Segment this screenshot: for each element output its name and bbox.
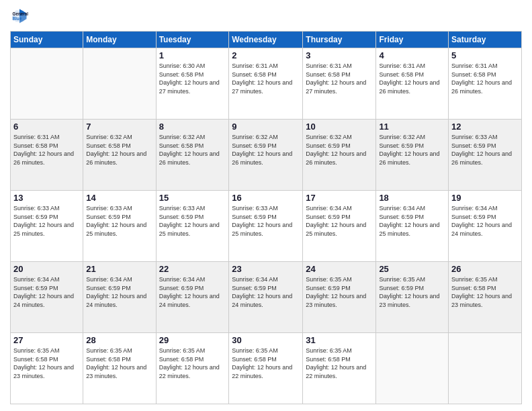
day-number: 19 (451, 193, 519, 203)
day-info: Sunrise: 6:31 AMSunset: 6:58 PMDaylight:… (306, 62, 373, 95)
calendar-day-cell: 5Sunrise: 6:31 AMSunset: 6:58 PMDaylight… (449, 48, 522, 120)
calendar-day-cell: 28Sunrise: 6:35 AMSunset: 6:58 PMDayligh… (83, 333, 156, 404)
day-number: 16 (232, 193, 300, 203)
calendar-day-cell: 10Sunrise: 6:32 AMSunset: 6:59 PMDayligh… (303, 120, 376, 191)
day-info: Sunrise: 6:31 AMSunset: 6:58 PMDaylight:… (232, 62, 300, 95)
col-header-monday: Monday (83, 32, 156, 48)
day-number: 30 (232, 335, 300, 345)
day-number: 10 (306, 122, 373, 132)
calendar-day-cell: 31Sunrise: 6:35 AMSunset: 6:58 PMDayligh… (303, 333, 376, 404)
calendar-day-cell: 29Sunrise: 6:35 AMSunset: 6:58 PMDayligh… (156, 333, 229, 404)
calendar-day-cell: 17Sunrise: 6:34 AMSunset: 6:59 PMDayligh… (303, 191, 376, 262)
calendar-day-cell: 1Sunrise: 6:30 AMSunset: 6:58 PMDaylight… (156, 48, 229, 120)
page: General Blue SundayMondayTuesdayWednesda… (0, 0, 532, 411)
day-number: 26 (451, 264, 519, 274)
day-number: 7 (86, 122, 152, 132)
day-info: Sunrise: 6:35 AMSunset: 6:58 PMDaylight:… (159, 347, 226, 380)
calendar-day-cell (11, 48, 83, 120)
day-info: Sunrise: 6:33 AMSunset: 6:59 PMDaylight:… (86, 204, 152, 238)
calendar-day-cell: 18Sunrise: 6:34 AMSunset: 6:59 PMDayligh… (376, 191, 449, 262)
day-info: Sunrise: 6:31 AMSunset: 6:58 PMDaylight:… (379, 62, 445, 95)
day-info: Sunrise: 6:35 AMSunset: 6:58 PMDaylight:… (306, 347, 373, 380)
day-info: Sunrise: 6:32 AMSunset: 6:58 PMDaylight:… (86, 133, 152, 167)
calendar-day-cell: 27Sunrise: 6:35 AMSunset: 6:58 PMDayligh… (11, 333, 83, 404)
calendar-day-cell: 14Sunrise: 6:33 AMSunset: 6:59 PMDayligh… (83, 191, 156, 262)
day-number: 12 (451, 122, 519, 132)
day-info: Sunrise: 6:34 AMSunset: 6:59 PMDaylight:… (232, 275, 300, 309)
day-number: 22 (159, 264, 226, 274)
day-info: Sunrise: 6:33 AMSunset: 6:59 PMDaylight:… (13, 204, 80, 238)
svg-text:Blue: Blue (13, 16, 22, 21)
day-number: 27 (13, 335, 80, 345)
day-number: 20 (13, 264, 80, 274)
calendar-day-cell: 26Sunrise: 6:35 AMSunset: 6:58 PMDayligh… (449, 262, 522, 333)
calendar-week-row: 13Sunrise: 6:33 AMSunset: 6:59 PMDayligh… (11, 191, 522, 262)
day-number: 13 (13, 193, 80, 203)
day-number: 17 (306, 193, 373, 203)
calendar-day-cell: 11Sunrise: 6:32 AMSunset: 6:59 PMDayligh… (376, 120, 449, 191)
calendar-header-row: SundayMondayTuesdayWednesdayThursdayFrid… (11, 32, 522, 48)
day-info: Sunrise: 6:33 AMSunset: 6:59 PMDaylight:… (451, 133, 519, 167)
calendar-day-cell: 3Sunrise: 6:31 AMSunset: 6:58 PMDaylight… (303, 48, 376, 120)
calendar-day-cell: 4Sunrise: 6:31 AMSunset: 6:58 PMDaylight… (376, 48, 449, 120)
day-number: 15 (159, 193, 226, 203)
day-info: Sunrise: 6:32 AMSunset: 6:58 PMDaylight:… (159, 133, 226, 167)
calendar-day-cell (449, 333, 522, 404)
logo-icon: General Blue (10, 7, 29, 26)
calendar-week-row: 6Sunrise: 6:31 AMSunset: 6:58 PMDaylight… (11, 120, 522, 191)
calendar-day-cell: 12Sunrise: 6:33 AMSunset: 6:59 PMDayligh… (449, 120, 522, 191)
day-info: Sunrise: 6:35 AMSunset: 6:58 PMDaylight:… (232, 347, 300, 380)
day-number: 18 (379, 193, 445, 203)
calendar-day-cell: 15Sunrise: 6:33 AMSunset: 6:59 PMDayligh… (156, 191, 229, 262)
logo: General Blue (10, 7, 29, 26)
calendar-day-cell: 13Sunrise: 6:33 AMSunset: 6:59 PMDayligh… (11, 191, 83, 262)
col-header-tuesday: Tuesday (156, 32, 229, 48)
calendar-day-cell: 21Sunrise: 6:34 AMSunset: 6:59 PMDayligh… (83, 262, 156, 333)
calendar-day-cell: 24Sunrise: 6:35 AMSunset: 6:59 PMDayligh… (303, 262, 376, 333)
col-header-saturday: Saturday (449, 32, 522, 48)
col-header-wednesday: Wednesday (229, 32, 303, 48)
day-info: Sunrise: 6:34 AMSunset: 6:59 PMDaylight:… (159, 275, 226, 309)
svg-text:General: General (13, 11, 29, 16)
day-info: Sunrise: 6:32 AMSunset: 6:59 PMDaylight:… (379, 133, 445, 167)
day-info: Sunrise: 6:34 AMSunset: 6:59 PMDaylight:… (379, 204, 445, 238)
calendar-week-row: 1Sunrise: 6:30 AMSunset: 6:58 PMDaylight… (11, 48, 522, 120)
day-info: Sunrise: 6:35 AMSunset: 6:58 PMDaylight:… (451, 275, 519, 309)
calendar-day-cell: 23Sunrise: 6:34 AMSunset: 6:59 PMDayligh… (229, 262, 303, 333)
calendar-day-cell: 16Sunrise: 6:33 AMSunset: 6:59 PMDayligh… (229, 191, 303, 262)
day-number: 1 (159, 50, 226, 60)
day-number: 14 (86, 193, 152, 203)
day-number: 29 (159, 335, 226, 345)
day-info: Sunrise: 6:35 AMSunset: 6:59 PMDaylight:… (379, 275, 445, 309)
calendar-day-cell: 9Sunrise: 6:32 AMSunset: 6:59 PMDaylight… (229, 120, 303, 191)
col-header-thursday: Thursday (303, 32, 376, 48)
calendar-day-cell: 25Sunrise: 6:35 AMSunset: 6:59 PMDayligh… (376, 262, 449, 333)
day-number: 2 (232, 50, 300, 60)
calendar-day-cell: 19Sunrise: 6:34 AMSunset: 6:59 PMDayligh… (449, 191, 522, 262)
header: General Blue (10, 7, 522, 26)
day-info: Sunrise: 6:35 AMSunset: 6:58 PMDaylight:… (86, 347, 152, 380)
day-info: Sunrise: 6:34 AMSunset: 6:59 PMDaylight:… (306, 204, 373, 238)
day-number: 9 (232, 122, 300, 132)
day-info: Sunrise: 6:34 AMSunset: 6:59 PMDaylight:… (86, 275, 152, 309)
day-info: Sunrise: 6:33 AMSunset: 6:59 PMDaylight:… (159, 204, 226, 238)
calendar-day-cell: 6Sunrise: 6:31 AMSunset: 6:58 PMDaylight… (11, 120, 83, 191)
day-info: Sunrise: 6:34 AMSunset: 6:59 PMDaylight:… (13, 275, 80, 309)
calendar-day-cell (83, 48, 156, 120)
day-info: Sunrise: 6:34 AMSunset: 6:59 PMDaylight:… (451, 204, 519, 238)
day-number: 28 (86, 335, 152, 345)
calendar-day-cell: 30Sunrise: 6:35 AMSunset: 6:58 PMDayligh… (229, 333, 303, 404)
day-number: 11 (379, 122, 445, 132)
calendar-day-cell (376, 333, 449, 404)
calendar-week-row: 20Sunrise: 6:34 AMSunset: 6:59 PMDayligh… (11, 262, 522, 333)
day-number: 3 (306, 50, 373, 60)
day-info: Sunrise: 6:32 AMSunset: 6:59 PMDaylight:… (232, 133, 300, 167)
calendar-table: SundayMondayTuesdayWednesdayThursdayFrid… (10, 31, 522, 404)
day-info: Sunrise: 6:30 AMSunset: 6:58 PMDaylight:… (159, 62, 226, 95)
calendar-day-cell: 22Sunrise: 6:34 AMSunset: 6:59 PMDayligh… (156, 262, 229, 333)
col-header-sunday: Sunday (11, 32, 83, 48)
col-header-friday: Friday (376, 32, 449, 48)
calendar-day-cell: 7Sunrise: 6:32 AMSunset: 6:58 PMDaylight… (83, 120, 156, 191)
day-number: 5 (451, 50, 519, 60)
day-info: Sunrise: 6:32 AMSunset: 6:59 PMDaylight:… (306, 133, 373, 167)
